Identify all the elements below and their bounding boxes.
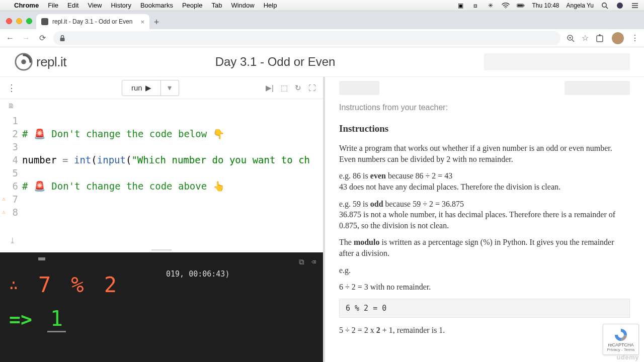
console-operand-a: 7: [38, 273, 56, 297]
console-clear-icon[interactable]: ⌫: [311, 257, 316, 266]
horizontal-splitter[interactable]: [0, 247, 323, 252]
maximize-window[interactable]: [26, 18, 32, 24]
dropbox-icon[interactable]: ⧈: [471, 2, 479, 10]
app-name[interactable]: Chrome: [14, 2, 39, 9]
siri-icon[interactable]: [616, 2, 624, 10]
macos-menubar: Chrome File Edit View History Bookmarks …: [0, 0, 644, 11]
run-label: run: [131, 83, 142, 92]
header-right-box: [484, 53, 630, 70]
code-example-1: 6 % 2 = 0: [339, 299, 630, 318]
svg-point-3: [602, 3, 606, 7]
repl-logo-icon: [14, 52, 33, 71]
console-result: 1: [47, 306, 66, 332]
page-content: repl.it Day 3.1 - Odd or Even ⋮ run ▶ ▾ …: [0, 47, 644, 362]
menu-history[interactable]: History: [111, 2, 131, 9]
tab-favicon: [41, 18, 48, 25]
teacher-line: Instructions from your teacher:: [339, 102, 630, 113]
spotlight-icon[interactable]: [601, 2, 609, 10]
clock[interactable]: Thu 10:48: [532, 2, 559, 9]
svg-rect-9: [60, 38, 65, 41]
repl-header: repl.it Day 3.1 - Odd or Even: [0, 47, 644, 76]
lock-icon: [59, 35, 65, 42]
reload-button[interactable]: ⟳: [37, 33, 47, 43]
instructions-pane: Instructions from your teacher: Instruct…: [325, 77, 644, 362]
svg-rect-2: [524, 5, 524, 6]
repl-logo[interactable]: repl.it: [14, 52, 66, 71]
file-bar: 🗎: [0, 99, 323, 112]
console-prompt-icon: ∴: [9, 276, 23, 294]
wifi-icon[interactable]: [502, 2, 510, 10]
instr-p6: 36.875 is not a whole number, it has dec…: [339, 210, 615, 230]
instructions-toolbar: [325, 77, 644, 99]
svg-point-5: [617, 3, 623, 9]
expand-icon[interactable]: ⛶: [308, 83, 316, 93]
instr-p1: Write a program that works out whether i…: [339, 144, 612, 152]
editor-toolbar: ⋮ run ▶ ▾ ▶| ⬚ ↻ ⛶: [0, 77, 323, 99]
code-lines[interactable]: # 🚨 Don't change the code below 👇 number…: [22, 112, 323, 233]
recaptcha-terms[interactable]: Privacy - Terms: [607, 347, 635, 352]
profile-avatar[interactable]: [612, 32, 624, 44]
svg-point-15: [599, 34, 601, 36]
editor-menu-icon[interactable]: ⋮: [7, 82, 16, 94]
package-icon[interactable]: ⬚: [281, 83, 288, 93]
console-meta: 019, 00:06:43): [166, 269, 229, 279]
close-window[interactable]: [6, 18, 12, 24]
chrome-toolbar: ← → ⟳ ☆ ⋮: [0, 29, 644, 47]
sync-icon[interactable]: ✳: [487, 2, 495, 10]
console-popout-icon[interactable]: ⧉: [299, 257, 304, 266]
run-button[interactable]: run ▶: [122, 80, 161, 96]
menu-help[interactable]: Help: [264, 2, 277, 9]
line-gutter: 1234 5678: [0, 112, 22, 233]
menu-view[interactable]: View: [88, 2, 102, 9]
menu-people[interactable]: People: [182, 2, 202, 9]
recaptcha-icon: [613, 327, 628, 342]
bookmark-star-icon[interactable]: ☆: [582, 33, 589, 43]
step-icon[interactable]: ▶|: [266, 83, 274, 93]
recaptcha-badge[interactable]: reCAPTCHA Privacy - Terms: [603, 324, 639, 355]
run-dropdown[interactable]: ▾: [161, 80, 179, 96]
battery-icon[interactable]: [517, 2, 525, 10]
menu-bookmarks[interactable]: Bookmarks: [140, 2, 173, 9]
minimize-window[interactable]: [16, 18, 22, 24]
menu-file[interactable]: File: [48, 2, 58, 9]
editor-pane: ⋮ run ▶ ▾ ▶| ⬚ ↻ ⛶ 🗎: [0, 77, 325, 362]
instructions-heading: Instructions: [339, 122, 630, 135]
download-icon[interactable]: ⤓: [9, 236, 16, 245]
console-arrow-icon: =>: [9, 308, 32, 330]
menu-edit[interactable]: Edit: [67, 2, 78, 9]
chrome-menu-icon[interactable]: ⋮: [631, 33, 639, 43]
file-icon[interactable]: 🗎: [8, 102, 15, 110]
notification-center-icon[interactable]: [631, 2, 639, 10]
play-icon: ▶: [145, 83, 151, 93]
toolbar-pill-1[interactable]: [339, 81, 379, 95]
menu-tab[interactable]: Tab: [211, 2, 222, 9]
download-row: ⤓: [0, 233, 323, 247]
console-pane[interactable]: ⧉ ⌫ 019, 00:06:43) ∴ 7 % 2 => 1: [0, 252, 323, 362]
back-button[interactable]: ←: [5, 34, 15, 43]
svg-point-17: [21, 59, 26, 64]
zoom-icon[interactable]: [567, 34, 575, 42]
chrome-tabstrip: repl.it - Day 3.1 - Odd or Even × +: [0, 11, 644, 29]
instructions-content[interactable]: Instructions from your teacher: Instruct…: [325, 99, 644, 362]
code-editor[interactable]: 1234 5678 # 🚨 Don't change the code belo…: [0, 112, 323, 233]
user-name[interactable]: Angela Yu: [567, 2, 594, 9]
svg-rect-1: [518, 4, 523, 6]
browser-tab[interactable]: repl.it - Day 3.1 - Odd or Even ×: [36, 14, 149, 29]
tab-close-icon[interactable]: ×: [140, 18, 144, 26]
menu-window[interactable]: Window: [231, 2, 254, 9]
svg-rect-14: [597, 36, 603, 42]
toolbar-pill-2[interactable]: [565, 81, 630, 95]
instr-p4: 43 does not have any decimal places. The…: [339, 183, 560, 191]
forward-button[interactable]: →: [21, 34, 31, 43]
address-bar[interactable]: [53, 31, 560, 45]
recaptcha-label: reCAPTCHA: [608, 342, 633, 347]
instr-p2: Even numbers can be divided by 2 with no…: [339, 155, 513, 163]
console-operator: %: [71, 273, 89, 297]
workspace: ⋮ run ▶ ▾ ▶| ⬚ ↻ ⛶ 🗎: [0, 76, 644, 362]
tab-title: repl.it - Day 3.1 - Odd or Even: [52, 18, 132, 25]
extension-icon[interactable]: [596, 34, 605, 43]
screenrec-icon[interactable]: ▣: [456, 2, 464, 10]
new-tab-button[interactable]: +: [149, 15, 164, 29]
reset-icon[interactable]: ↻: [295, 83, 301, 93]
window-controls: [4, 18, 36, 29]
